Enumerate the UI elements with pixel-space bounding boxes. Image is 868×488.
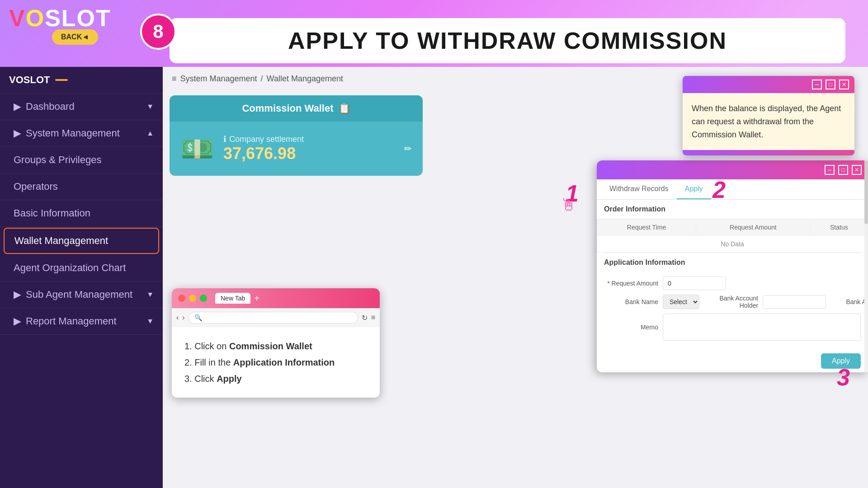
sidebar-item-dashboard[interactable]: ▶ Dashboard ▼ bbox=[0, 94, 163, 120]
browser-tab[interactable]: New Tab bbox=[215, 293, 250, 304]
browser-titlebar: New Tab + bbox=[172, 288, 380, 308]
bank-row: Bank Name Select Bank Account Holder Ban… bbox=[604, 295, 861, 309]
wallet-card-body: 💵 ℹ Company settlement 37,676.98 ✏ bbox=[170, 122, 423, 176]
wallet-card-header: Commission Wallet 📋 bbox=[170, 95, 423, 122]
apply-tabs: Withdraw Records Apply bbox=[597, 179, 868, 200]
request-amount-row: * Request Amount bbox=[604, 277, 861, 290]
sidebar-item-basic-information[interactable]: Basic Information bbox=[0, 200, 163, 227]
back-nav-button[interactable]: ‹ bbox=[176, 314, 179, 322]
memo-label: Memo bbox=[604, 324, 658, 331]
col-status: Status bbox=[810, 219, 868, 236]
sidebar-item-label: Report Management bbox=[26, 315, 117, 327]
apply-form: * Request Amount Bank Name Select Bank A… bbox=[597, 272, 868, 350]
wallet-info: ℹ Company settlement 37,676.98 bbox=[223, 134, 395, 163]
wallet-card: Commission Wallet 📋 💵 ℹ Company settleme… bbox=[170, 95, 423, 176]
browser-window: New Tab + ‹ › 🔍 ↻ ≡ 1. Click on Commissi… bbox=[172, 288, 380, 398]
menu-icon[interactable]: ≡ bbox=[172, 74, 177, 84]
address-bar[interactable]: 🔍 bbox=[189, 312, 358, 324]
sidebar-arrow-icon: ▶ bbox=[14, 315, 21, 327]
info-window-body: When the balance is displayed, the Agent… bbox=[683, 93, 854, 150]
minimize-button[interactable]: ─ bbox=[825, 165, 835, 175]
breadcrumb-path1: System Management bbox=[180, 74, 257, 84]
no-data-cell: No Data bbox=[597, 236, 868, 253]
sidebar-item-label: Agent Organization Chart bbox=[14, 262, 126, 274]
sidebar-item-operators[interactable]: Operators bbox=[0, 174, 163, 200]
wallet-icon: 📋 bbox=[338, 103, 350, 114]
sidebar-item-system-management[interactable]: ▶ System Management ▲ bbox=[0, 120, 163, 147]
bank-holder-input[interactable] bbox=[763, 295, 826, 309]
sidebar-item-label: Sub Agent Management bbox=[26, 289, 132, 300]
sidebar-item-label: Dashboard bbox=[26, 101, 75, 113]
wallet-title: Commission Wallet bbox=[242, 103, 333, 114]
app-info-title: Application Information bbox=[597, 253, 868, 272]
breadcrumb-path2: Wallet Mangagement bbox=[267, 74, 343, 84]
request-amount-label: * Request Amount bbox=[604, 280, 658, 287]
refresh-button[interactable]: ↻ bbox=[362, 314, 368, 322]
sidebar-item-groups-privileges[interactable]: Groups & Privileges bbox=[0, 147, 163, 174]
sidebar-item-label: Basic Information bbox=[14, 207, 90, 219]
tab-apply[interactable]: Apply bbox=[677, 179, 711, 199]
browser-body: 1. Click on Commission Wallet 2. Fill in… bbox=[172, 327, 380, 398]
close-button[interactable]: ✕ bbox=[852, 165, 862, 175]
sidebar-item-label: Operators bbox=[14, 181, 58, 192]
browser-toolbar: ‹ › 🔍 ↻ ≡ bbox=[172, 308, 380, 327]
close-button[interactable]: ✕ bbox=[839, 80, 849, 89]
browser-close-dot[interactable] bbox=[178, 295, 185, 302]
apply-panel: ─ □ ✕ Withdraw Records Apply Order Infor… bbox=[597, 160, 868, 372]
chevron-down-icon: ▲ bbox=[146, 129, 154, 137]
menu-button[interactable]: ≡ bbox=[371, 314, 375, 322]
order-table: Request Time Request Amount Status No Da… bbox=[597, 219, 868, 253]
logo-o: O bbox=[26, 5, 45, 31]
bank-name-label: Bank Name bbox=[604, 298, 658, 305]
new-tab-button[interactable]: + bbox=[254, 293, 259, 304]
scrollbar[interactable] bbox=[864, 160, 868, 372]
step-circle: 8 bbox=[140, 14, 176, 50]
instruction-2: 2. Fill in the Application Information bbox=[184, 354, 367, 371]
sidebar-brand-badge bbox=[55, 79, 68, 81]
logo-v: V bbox=[9, 5, 26, 31]
maximize-button[interactable]: □ bbox=[826, 80, 835, 89]
info-window: ─ □ ✕ When the balance is displayed, the… bbox=[683, 76, 854, 155]
wallet-label: ℹ Company settlement bbox=[223, 134, 395, 144]
wallet-edit-button[interactable]: ✏ bbox=[404, 143, 412, 154]
request-amount-input[interactable] bbox=[663, 277, 726, 290]
info-window-footer bbox=[683, 150, 854, 155]
minimize-button[interactable]: ─ bbox=[812, 80, 822, 89]
sidebar-item-sub-agent[interactable]: ▶ Sub Agent Management ▼ bbox=[0, 282, 163, 308]
sidebar-brand: VOSLOT bbox=[0, 67, 163, 94]
browser-maximize-dot[interactable] bbox=[200, 295, 207, 302]
page-title: APPLY TO WITHDRAW COMMISSION bbox=[288, 27, 727, 54]
search-icon: 🔍 bbox=[194, 314, 202, 321]
chevron-down-icon: ▼ bbox=[146, 291, 154, 299]
apply-panel-titlebar: ─ □ ✕ bbox=[597, 160, 868, 179]
browser-tab-label: New Tab bbox=[221, 295, 245, 302]
wallet-illustration: 💵 bbox=[180, 133, 214, 165]
col-request-time: Request Time bbox=[597, 219, 696, 236]
maximize-button[interactable]: □ bbox=[838, 165, 848, 175]
bank-name-select[interactable]: Select bbox=[663, 295, 699, 309]
sidebar-item-label: Groups & Privileges bbox=[14, 154, 101, 166]
sidebar-item-label: System Management bbox=[26, 127, 120, 139]
wallet-amount: 37,676.98 bbox=[223, 144, 395, 163]
sidebar-brand-text: VOSLOT bbox=[9, 74, 50, 86]
sidebar-item-report[interactable]: ▶ Report Management ▼ bbox=[0, 308, 163, 335]
order-info-title: Order Information bbox=[597, 200, 868, 219]
sidebar-arrow-icon: ▶ bbox=[14, 127, 21, 139]
bank-holder-label: Bank Account Holder bbox=[704, 295, 758, 309]
browser-minimize-dot[interactable] bbox=[189, 295, 196, 302]
bank-account-label: Bank Account bbox=[830, 298, 868, 305]
chevron-down-icon: ▼ bbox=[146, 103, 154, 111]
step-2-badge: 2 bbox=[712, 176, 726, 203]
chevron-down-icon: ▼ bbox=[146, 317, 154, 325]
sidebar-item-wallet-management[interactable]: Wallet Mangagement bbox=[4, 228, 159, 254]
logo: VOSLOT bbox=[9, 5, 111, 32]
back-button[interactable]: BACK◄ bbox=[52, 29, 98, 45]
info-window-titlebar: ─ □ ✕ bbox=[683, 76, 854, 93]
col-request-amount: Request Amount bbox=[696, 219, 811, 236]
sidebar-item-agent-org[interactable]: Agent Organization Chart bbox=[0, 255, 163, 282]
memo-textarea[interactable] bbox=[663, 314, 861, 341]
forward-nav-button[interactable]: › bbox=[182, 314, 184, 322]
tab-withdraw-records[interactable]: Withdraw Records bbox=[601, 179, 677, 199]
instruction-1: 1. Click on Commission Wallet bbox=[184, 338, 367, 354]
step-3-badge: 3 bbox=[837, 364, 850, 391]
